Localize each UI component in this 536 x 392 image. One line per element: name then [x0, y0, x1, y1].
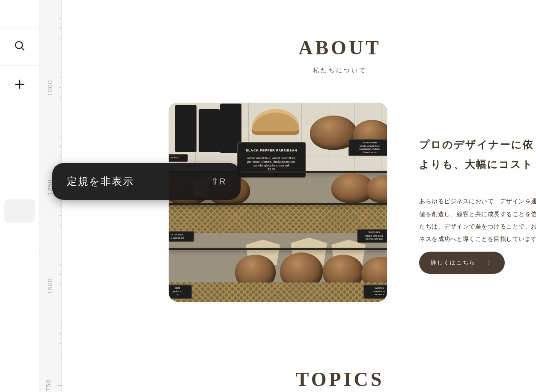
chevron-right-icon: 〉: [488, 259, 494, 267]
ruler-label: 1500: [46, 278, 54, 294]
add-button[interactable]: [0, 66, 39, 104]
svg-point-0: [15, 42, 22, 48]
plus-icon: [14, 78, 26, 92]
chalk-sign: le rye flour, a salt $6.99: [169, 231, 194, 242]
ruler-label: 750: [45, 379, 52, 391]
about-title: ABOUT: [104, 36, 536, 59]
bakery-illustration: ed flour, BLACK PEPPER PARMESAN whole wh…: [169, 103, 387, 302]
about-lead: プロのデザイナーに依 よりも、大幅にコスト: [419, 135, 536, 174]
about-cta-button[interactable]: 詳しくはこちら 〉: [419, 252, 505, 274]
toolbar-empty-top: [0, 0, 39, 27]
topics-title: TOPICS: [104, 368, 536, 391]
chalk-sign: ed flour,: [169, 154, 188, 162]
about-image[interactable]: ed flour, BLACK PEPPER PARMESAN whole wh…: [169, 103, 387, 302]
svg-line-1: [21, 48, 24, 50]
chalk-sign: SEED FEA whole wheat flo sourdough cult: [357, 229, 387, 243]
search-button[interactable]: [0, 27, 39, 66]
toolbar-swatch-2[interactable]: [4, 284, 35, 303]
hide-rulers-tooltip[interactable]: 定規を非表示 ⇧R: [52, 163, 241, 200]
ruler-label: 1000: [46, 80, 54, 95]
toolbar-divider: [0, 253, 39, 253]
chalk-sign: DER ye flour, ur,: [169, 285, 192, 299]
about-body: あらゆるビジネスにおいて、デザインを通 値を創造し、顧客と共に成長することを信 …: [419, 195, 536, 246]
about-text-block: プロのデザイナーに依 よりも、大幅にコスト あらゆるビジネスにおいて、デザインを…: [419, 135, 536, 246]
toolbar-swatch-1[interactable]: [4, 260, 35, 279]
about-heading-block: ABOUT 私たちについて: [104, 36, 536, 74]
chalk-sign: WHOLE wheat flour, sesam s: [363, 285, 387, 299]
search-icon: [14, 40, 26, 53]
cta-label: 詳しくはこちら: [431, 259, 476, 267]
about-subtitle: 私たちについて: [104, 67, 536, 74]
toolbar-active-swatch[interactable]: [4, 199, 35, 223]
tooltip-label: 定規を非表示: [67, 175, 134, 188]
chalk-sign: Bread of the whole wheat flour, sourdoug…: [348, 139, 387, 156]
left-toolbar: [0, 0, 39, 392]
tooltip-shortcut: ⇧R: [211, 176, 226, 187]
